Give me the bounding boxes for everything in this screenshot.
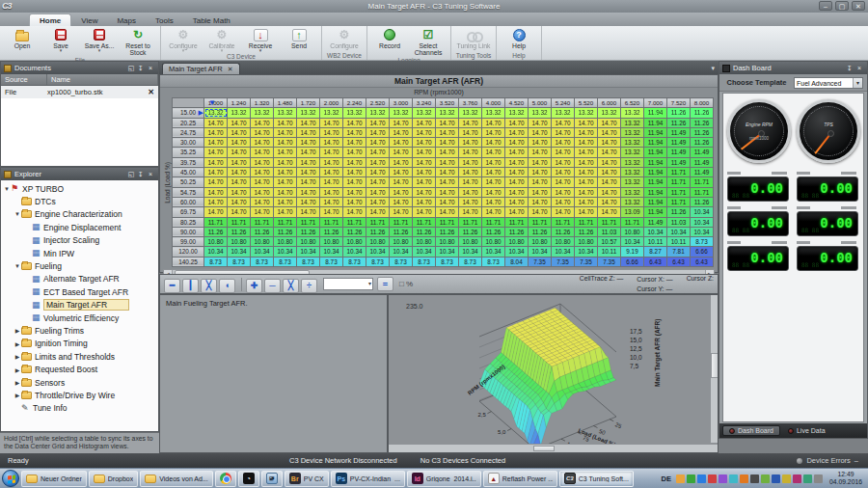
afr-cell[interactable]: 10.34 — [529, 247, 552, 257]
multiply-icon[interactable]: ╳ — [283, 279, 299, 293]
afr-cell[interactable]: 14.70 — [320, 197, 343, 206]
afr-cell[interactable]: 14.70 — [505, 157, 529, 167]
afr-cell[interactable]: 11.94 — [644, 187, 667, 197]
afr-cell[interactable]: 11.94 — [644, 197, 667, 206]
tray-app-icon[interactable] — [740, 474, 748, 483]
dashboard-tab-dash-board[interactable]: Dash Board — [722, 425, 780, 436]
afr-cell[interactable]: 14.70 — [529, 168, 552, 177]
afr-cell[interactable]: 14.70 — [343, 118, 366, 127]
tree-item-tune-info[interactable]: ✎Tune Info — [1, 402, 158, 415]
tree-item-requested-boost[interactable]: ▶Requested Boost — [1, 363, 158, 375]
afr-cell[interactable]: 14.70 — [390, 157, 413, 167]
col-header-3.000[interactable]: 3.000 — [390, 98, 413, 108]
afr-cell[interactable]: 11.71 — [598, 217, 621, 227]
afr-cell[interactable]: 14.70 — [505, 148, 529, 157]
afr-cell[interactable]: 11.26 — [505, 227, 529, 236]
afr-cell[interactable]: 14.70 — [297, 177, 320, 187]
afr-cell[interactable]: 13.32 — [459, 108, 482, 118]
afr-cell[interactable]: 13.32 — [621, 168, 644, 177]
afr-cell[interactable]: 14.70 — [390, 118, 413, 127]
afr-cell[interactable]: 14.70 — [459, 207, 482, 217]
document-row[interactable]: Filexp1000_turbo.stk✕ — [1, 86, 158, 98]
afr-cell[interactable]: 14.70 — [228, 127, 251, 137]
afr-cell[interactable]: 13.32 — [621, 148, 644, 157]
tab-list-dropdown-icon[interactable]: ▾ — [711, 65, 715, 72]
afr-cell[interactable]: 14.70 — [251, 127, 274, 137]
col-header-2.520[interactable]: 2.520 — [366, 98, 390, 108]
afr-cell[interactable]: 14.70 — [390, 187, 413, 197]
afr-cell[interactable]: 14.70 — [459, 157, 482, 167]
afr-cell[interactable]: 13.32 — [413, 108, 436, 118]
afr-cell[interactable]: 10.80 — [228, 237, 251, 247]
value-combo-box[interactable] — [323, 278, 373, 290]
afr-cell[interactable]: 11.49 — [667, 127, 691, 137]
afr-cell[interactable]: 11.26 — [436, 227, 459, 236]
afr-cell[interactable]: 14.70 — [228, 187, 251, 197]
afr-cell[interactable]: 11.94 — [644, 168, 667, 177]
tree-item-volumetric-efficiency[interactable]: ▦Volumetric Efficiency — [1, 312, 158, 324]
dashboard-tab-live-data[interactable]: Live Data — [782, 426, 831, 435]
percent-toggle[interactable]: □ % — [399, 280, 413, 288]
plot-horizontal-scrollbar[interactable] — [389, 444, 719, 452]
afr-cell[interactable]: 14.70 — [413, 157, 436, 167]
afr-cell[interactable]: 11.26 — [691, 197, 714, 206]
afr-cell[interactable]: 11.71 — [390, 217, 413, 227]
tree-expanded-icon[interactable]: ▼ — [3, 186, 11, 192]
afr-cell[interactable]: 14.70 — [274, 207, 297, 217]
afr-cell[interactable]: 14.70 — [459, 127, 482, 137]
tree-item-dtcs[interactable]: DTCs — [1, 195, 158, 207]
afr-cell[interactable]: 14.70 — [436, 118, 459, 127]
afr-cell[interactable]: 10.80 — [343, 237, 366, 247]
afr-cell[interactable]: 14.70 — [320, 148, 343, 157]
afr-cell[interactable]: 14.70 — [274, 197, 297, 206]
afr-cell[interactable]: 14.70 — [575, 168, 598, 177]
afr-cell[interactable]: 11.26 — [482, 227, 505, 236]
afr-cell[interactable]: 13.32 — [552, 108, 575, 118]
taskbar-item-pv-cx[interactable]: BrPV CX — [285, 471, 329, 487]
afr-cell[interactable]: 14.70 — [251, 187, 274, 197]
afr-cell[interactable]: 11.26 — [667, 207, 691, 217]
close-panel-icon[interactable]: × — [146, 65, 155, 71]
afr-cell[interactable]: 11.94 — [644, 177, 667, 187]
afr-cell[interactable]: 11.71 — [251, 217, 274, 227]
tray-language[interactable]: DE — [662, 474, 671, 483]
afr-cell[interactable]: 14.70 — [529, 187, 552, 197]
afr-cell[interactable]: 14.70 — [251, 148, 274, 157]
afr-cell[interactable]: 14.70 — [436, 197, 459, 206]
tree-item-ect-based-target-afr[interactable]: ▦ECT Based Target AFR — [1, 285, 158, 298]
afr-cell[interactable]: 13.32 — [621, 197, 644, 206]
afr-cell[interactable]: 14.70 — [343, 138, 366, 148]
tray-app-icon[interactable] — [772, 474, 780, 483]
afr-cell[interactable]: 14.70 — [204, 207, 228, 217]
afr-cell[interactable]: 14.70 — [274, 148, 297, 157]
afr-cell[interactable]: 11.26 — [691, 108, 714, 118]
col-header-7.520[interactable]: 7.520 — [667, 98, 691, 108]
add-icon[interactable]: ✚ — [246, 279, 262, 293]
afr-cell[interactable]: 14.70 — [505, 207, 529, 217]
tree-item-limits-and-thresholds[interactable]: ▶Limits and Thresholds — [1, 350, 158, 363]
afr-cell[interactable]: 14.70 — [320, 177, 343, 187]
col-header-1.720[interactable]: 1.720 — [297, 98, 320, 108]
afr-cell[interactable]: 11.71 — [691, 187, 714, 197]
divide-icon[interactable]: ÷ — [301, 279, 317, 293]
delete-icon[interactable]: ╳ — [201, 279, 217, 293]
taskbar-item-c3-tuning-soft-[interactable]: C3C3 Tuning Soft... — [559, 471, 634, 487]
ribbon-tab-view[interactable]: View — [71, 14, 107, 26]
afr-cell[interactable]: 14.70 — [552, 207, 575, 217]
afr-cell[interactable]: 10.34 — [413, 247, 436, 257]
afr-cell[interactable]: 14.70 — [343, 177, 366, 187]
afr-cell[interactable]: 14.70 — [598, 197, 621, 206]
row-header-45.00[interactable]: 45.00 — [173, 168, 204, 177]
afr-cell[interactable]: 8.73 — [413, 257, 436, 266]
pin-icon[interactable]: ↧ — [136, 65, 146, 72]
afr-cell[interactable]: 10.34 — [505, 247, 529, 257]
afr-cell[interactable]: 11.49 — [667, 138, 691, 148]
afr-cell[interactable]: 14.70 — [204, 197, 228, 206]
afr-cell[interactable]: 14.70 — [343, 197, 366, 206]
row-header-69.75[interactable]: 69.75 — [173, 207, 204, 217]
afr-cell[interactable]: 14.70 — [390, 138, 413, 148]
col-header-2.000[interactable]: 2.000 — [320, 98, 343, 108]
afr-cell[interactable]: 13.09 — [621, 207, 644, 217]
afr-cell[interactable]: 14.70 — [436, 187, 459, 197]
afr-cell[interactable]: 14.70 — [598, 118, 621, 127]
